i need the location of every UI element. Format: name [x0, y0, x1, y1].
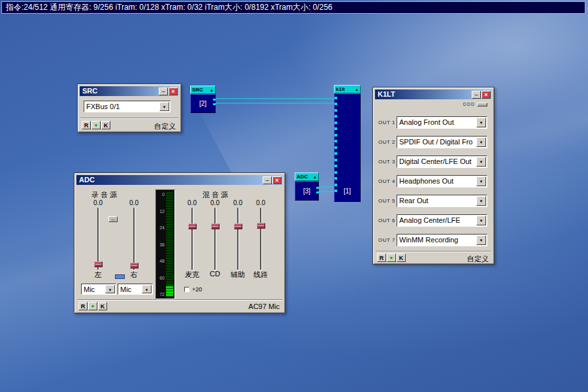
- node-k1lt[interactable]: k1lt ▲ [1]: [334, 85, 361, 202]
- chevron-down-icon[interactable]: ▼: [476, 157, 486, 167]
- chevron-down-icon[interactable]: ▼: [142, 285, 152, 293]
- k-button[interactable]: K: [98, 302, 107, 310]
- slider-label: 右: [123, 270, 144, 280]
- record-left-source-select[interactable]: Mic ▼: [81, 284, 116, 295]
- meter-tick: 72: [156, 292, 165, 297]
- collapse-icon[interactable]: ▲: [355, 88, 359, 91]
- output-pin[interactable]: [213, 103, 216, 105]
- slider-thumb[interactable]: [257, 223, 265, 229]
- node-adc-body[interactable]: [3]: [295, 181, 319, 201]
- chevron-down-icon[interactable]: ▼: [476, 176, 486, 186]
- chevron-down-icon[interactable]: ▼: [476, 196, 486, 206]
- slider-label: 麦克: [182, 270, 203, 280]
- combo-value: WinMM Recording: [399, 235, 476, 245]
- slider-thumb[interactable]: [130, 263, 139, 269]
- chevron-down-icon[interactable]: ▼: [476, 235, 486, 245]
- collapse-icon[interactable]: ▲: [313, 175, 317, 179]
- gain-boost-checkbox[interactable]: [184, 287, 189, 292]
- src-window[interactable]: SRC – × FXBus 0/1 ▼ R ● K 自定义: [77, 84, 182, 133]
- slider-thumb[interactable]: [234, 223, 242, 229]
- chevron-down-icon[interactable]: ▼: [105, 285, 115, 293]
- src-source-select[interactable]: FXBus 0/1 ▼: [84, 101, 171, 112]
- chevron-down-icon[interactable]: ▼: [159, 102, 169, 111]
- out-label: OUT 5: [378, 198, 395, 204]
- output-pin[interactable]: [213, 99, 216, 101]
- record-right-slider[interactable]: [130, 208, 139, 270]
- k-button[interactable]: K: [397, 253, 406, 262]
- out4-select[interactable]: Headphones Out ▼: [397, 175, 487, 188]
- node-adc-header[interactable]: ADC ▲: [295, 172, 319, 181]
- node-k1lt-header[interactable]: k1lt ▲: [334, 85, 361, 93]
- monitor-led-button[interactable]: ●: [387, 253, 396, 262]
- k1lt-titlebar[interactable]: K1LT – ×: [375, 90, 492, 99]
- slider-thumb[interactable]: [94, 261, 103, 267]
- monitor-led-button[interactable]: ●: [91, 121, 101, 129]
- out1-select[interactable]: Analog Front Out ▼: [397, 116, 487, 129]
- collapse-icon[interactable]: ▲: [210, 88, 214, 92]
- slider-thumb[interactable]: [188, 223, 197, 229]
- out-label: OUT 1: [378, 120, 395, 125]
- node-k1lt-body[interactable]: [1]: [334, 93, 361, 202]
- adc-titlebar[interactable]: ADC – ×: [76, 175, 283, 185]
- slider-value: 0.0: [250, 199, 271, 206]
- record-button[interactable]: R: [377, 253, 386, 262]
- close-button[interactable]: ×: [482, 91, 491, 99]
- node-adc[interactable]: ADC ▲ [3]: [295, 172, 319, 201]
- mix-aux-slider[interactable]: [234, 208, 242, 270]
- stereo-link-indicator[interactable]: [115, 274, 125, 279]
- node-src[interactable]: SRC ▲ [2]: [190, 86, 216, 113]
- chevron-down-icon[interactable]: ▼: [476, 118, 486, 127]
- combo-value: Analog Center/LFE: [399, 216, 476, 225]
- chevron-down-icon[interactable]: ▼: [476, 216, 486, 225]
- minimize-button[interactable]: –: [472, 91, 481, 99]
- mix-cd-slider[interactable]: [211, 208, 220, 270]
- divider: [376, 251, 491, 252]
- mix-line-slider[interactable]: [257, 208, 265, 270]
- minimize-button[interactable]: –: [159, 88, 168, 95]
- node-src-body[interactable]: [2]: [190, 94, 216, 113]
- combo-value: Analog Front Out: [399, 118, 476, 127]
- record-right-source-select[interactable]: Mic ▼: [118, 284, 153, 295]
- close-button[interactable]: ×: [169, 88, 178, 95]
- meter-tick: 12: [156, 209, 165, 214]
- slider-track: [237, 208, 239, 270]
- link-channels-icon[interactable]: ↔: [108, 216, 118, 222]
- slider-value: 0.0: [88, 199, 108, 206]
- slider-track: [133, 208, 135, 270]
- output-pin[interactable]: [316, 187, 319, 189]
- node-title: SRC: [192, 86, 203, 94]
- out2-select[interactable]: SPDIF Out / Digital Fro ▼: [397, 136, 487, 148]
- out7-select[interactable]: WinMM Recording ▼: [397, 234, 487, 246]
- close-button[interactable]: ×: [272, 176, 282, 184]
- level-meter-bar: [166, 192, 173, 297]
- k-button[interactable]: K: [101, 121, 110, 129]
- combo-value: FXBus 0/1: [86, 102, 159, 111]
- input-pins[interactable]: [335, 97, 337, 196]
- src-titlebar[interactable]: SRC – ×: [80, 86, 179, 96]
- slider-track: [260, 208, 262, 270]
- record-button[interactable]: R: [82, 121, 91, 129]
- slider-thumb[interactable]: [211, 223, 220, 229]
- monitor-led-button[interactable]: ●: [88, 302, 97, 310]
- k1lt-window[interactable]: K1LT – × DDD OUT 1 Analog Front Out ▼ OU…: [372, 87, 495, 265]
- minimize-button[interactable]: –: [263, 176, 272, 184]
- out3-select[interactable]: Digital Center/LFE Out ▼: [397, 155, 487, 168]
- record-button[interactable]: R: [78, 302, 88, 310]
- adc-window[interactable]: ADC – × 录 音 源 0.0 0.0 ↔ 左 右 Mic ▼ Mic ▼: [74, 172, 286, 314]
- mix-mic-slider[interactable]: [188, 208, 197, 270]
- chevron-down-icon[interactable]: ▼: [476, 137, 486, 147]
- customize-label: 自定义: [467, 254, 489, 264]
- out-label: OUT 6: [378, 218, 395, 223]
- slider-label: 辅助: [227, 270, 248, 280]
- node-src-header[interactable]: SRC ▲: [190, 86, 216, 94]
- combo-value: Headphones Out: [399, 176, 476, 186]
- out5-select[interactable]: Rear Out ▼: [397, 195, 487, 207]
- mini-fader[interactable]: [477, 103, 487, 106]
- out-label: OUT 3: [378, 159, 395, 165]
- output-pin[interactable]: [316, 191, 319, 193]
- record-left-slider[interactable]: [94, 208, 103, 270]
- slider-track: [214, 208, 216, 270]
- combo-value: Mic: [84, 285, 105, 293]
- out6-select[interactable]: Analog Center/LFE ▼: [397, 214, 487, 227]
- node-id: [2]: [191, 100, 215, 107]
